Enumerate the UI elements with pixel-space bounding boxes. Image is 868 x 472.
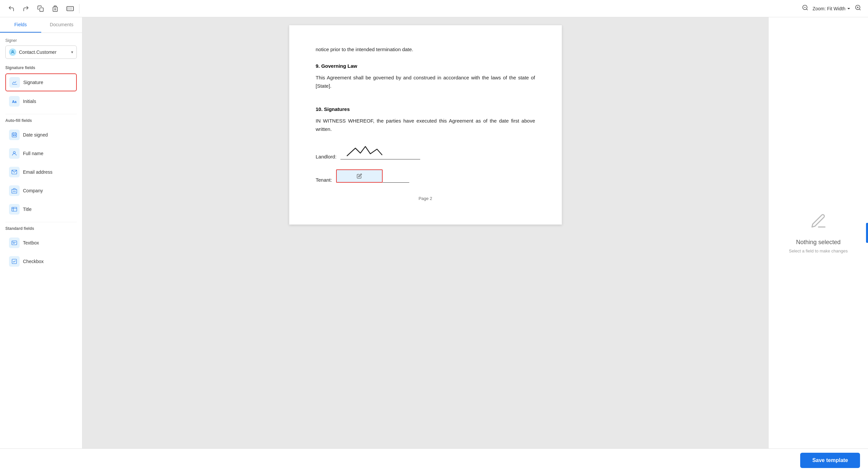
zoom-text: Zoom: Fit Width bbox=[812, 6, 845, 11]
zoom-in-button[interactable] bbox=[854, 3, 863, 14]
svg-rect-24 bbox=[12, 133, 17, 137]
document-page: notice prior to the intended termination… bbox=[289, 25, 562, 225]
svg-rect-41 bbox=[12, 259, 17, 264]
keyboard-button[interactable] bbox=[64, 4, 76, 13]
intro-text: notice prior to the intended termination… bbox=[316, 45, 535, 54]
landlord-signature-area bbox=[340, 143, 420, 160]
signature-fields-label: Signature fields bbox=[5, 65, 77, 70]
toolbar-divider bbox=[79, 4, 80, 13]
checkbox-label: Checkbox bbox=[23, 259, 43, 264]
signature-icon bbox=[9, 77, 20, 88]
chevron-down-icon: ▾ bbox=[71, 50, 73, 55]
tab-documents[interactable]: Documents bbox=[41, 17, 83, 33]
signer-label: Signer bbox=[5, 38, 77, 43]
svg-line-15 bbox=[806, 9, 808, 10]
title-label: Title bbox=[23, 207, 32, 212]
sidebar-tabs: Fields Documents bbox=[0, 17, 82, 33]
email-address-label: Email address bbox=[23, 169, 53, 175]
tab-fields[interactable]: Fields bbox=[0, 17, 41, 33]
document-area: notice prior to the intended termination… bbox=[83, 17, 768, 448]
initials-label: Initials bbox=[23, 99, 36, 104]
sidebar: Fields Documents Signer Contact.Customer… bbox=[0, 17, 83, 448]
signatures-area: Landlord: Tenant: bbox=[316, 143, 535, 183]
nothing-selected-subtitle: Select a field to make changes bbox=[789, 248, 848, 254]
initials-icon: Aa bbox=[9, 96, 20, 107]
date-signed-label: Date signed bbox=[23, 132, 48, 137]
title-icon bbox=[9, 204, 20, 214]
textbox-icon bbox=[9, 237, 20, 248]
section10-title: 10. Signatures bbox=[316, 106, 535, 112]
svg-rect-2 bbox=[53, 7, 57, 11]
tenant-sig-line: Tenant: bbox=[316, 169, 535, 183]
scroll-handle[interactable] bbox=[866, 223, 868, 243]
svg-rect-5 bbox=[67, 6, 73, 11]
pencil-icon bbox=[357, 173, 362, 179]
company-icon bbox=[9, 186, 20, 196]
landlord-signature-svg bbox=[340, 143, 407, 159]
section9-text: This Agreement shall be governed by and … bbox=[316, 73, 535, 90]
section10-body: IN WITNESS WHEREOF, the parties have exe… bbox=[316, 116, 535, 134]
svg-text:Aa: Aa bbox=[12, 100, 17, 104]
toolbar: Zoom: Fit Width bbox=[0, 0, 868, 17]
toolbar-right: Zoom: Fit Width bbox=[801, 3, 863, 14]
field-item-email[interactable]: Email address bbox=[5, 163, 77, 181]
undo-button[interactable] bbox=[5, 3, 17, 14]
svg-rect-36 bbox=[12, 207, 17, 211]
section9-title: 9. Governing Law bbox=[316, 63, 535, 69]
toolbar-actions bbox=[5, 3, 76, 14]
full-name-label: Full name bbox=[23, 151, 43, 156]
svg-rect-0 bbox=[40, 8, 43, 11]
svg-rect-37 bbox=[12, 241, 17, 245]
divider-2 bbox=[5, 222, 77, 222]
tenant-underline bbox=[383, 169, 409, 183]
doc-intro: notice prior to the intended termination… bbox=[316, 45, 535, 54]
zoom-label[interactable]: Zoom: Fit Width bbox=[812, 6, 851, 11]
copy-button[interactable] bbox=[49, 3, 61, 14]
standard-fields-label: Standard fields bbox=[5, 226, 77, 231]
company-label: Company bbox=[23, 188, 43, 193]
field-item-initials[interactable]: Aa Initials bbox=[5, 93, 77, 110]
sidebar-content: Signer Contact.Customer ▾ Signature fiel… bbox=[0, 33, 82, 448]
nothing-selected-title: Nothing selected bbox=[796, 239, 840, 246]
bottom-bar: Save template bbox=[0, 448, 868, 472]
field-item-title[interactable]: Title bbox=[5, 201, 77, 218]
svg-point-21 bbox=[12, 50, 13, 52]
landlord-sig-line: Landlord: bbox=[316, 143, 535, 160]
field-item-checkbox[interactable]: Checkbox bbox=[5, 253, 77, 270]
main-layout: Fields Documents Signer Contact.Customer… bbox=[0, 17, 868, 448]
zoom-out-button[interactable] bbox=[801, 3, 810, 14]
field-item-signature[interactable]: Signature bbox=[5, 73, 77, 91]
signer-select[interactable]: Contact.Customer ▾ bbox=[5, 45, 77, 59]
field-item-date[interactable]: Date signed bbox=[5, 126, 77, 143]
svg-rect-28 bbox=[13, 135, 13, 136]
field-item-textbox[interactable]: Textbox bbox=[5, 234, 77, 251]
textbox-label: Textbox bbox=[23, 240, 39, 245]
svg-line-18 bbox=[859, 9, 861, 10]
redo-button[interactable] bbox=[20, 3, 32, 14]
autofill-label: Auto-fill fields bbox=[5, 118, 77, 123]
svg-point-30 bbox=[13, 151, 15, 154]
tenant-label: Tenant: bbox=[316, 177, 332, 183]
section10-text: IN WITNESS WHEREOF, the parties have exe… bbox=[316, 116, 535, 134]
section9-body: This Agreement shall be governed by and … bbox=[316, 73, 535, 90]
landlord-label: Landlord: bbox=[316, 154, 337, 160]
tenant-signature-box[interactable] bbox=[336, 169, 383, 183]
field-item-fullname[interactable]: Full name bbox=[5, 145, 77, 162]
signature-label: Signature bbox=[23, 80, 43, 85]
signer-avatar bbox=[9, 48, 16, 56]
email-address-icon bbox=[9, 167, 20, 177]
right-panel: Nothing selected Select a field to make … bbox=[768, 17, 868, 448]
page-number: Page 2 bbox=[316, 196, 535, 201]
divider-1 bbox=[5, 114, 77, 114]
checkbox-icon bbox=[9, 256, 20, 267]
duplicate-button[interactable] bbox=[35, 3, 46, 14]
edit-icon bbox=[810, 212, 827, 234]
full-name-icon bbox=[9, 148, 20, 159]
svg-rect-29 bbox=[15, 135, 16, 136]
signer-name: Contact.Customer bbox=[19, 49, 57, 55]
save-template-button[interactable]: Save template bbox=[800, 453, 860, 468]
date-signed-icon bbox=[9, 130, 20, 140]
field-item-company[interactable]: Company bbox=[5, 182, 77, 199]
